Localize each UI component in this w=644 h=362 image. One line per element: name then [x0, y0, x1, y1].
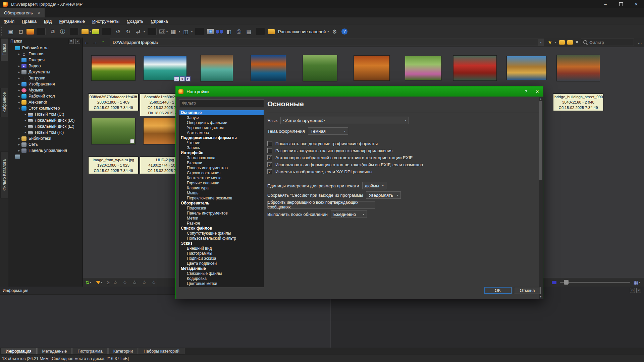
scrollbar-thumb[interactable]	[539, 101, 542, 180]
menu-item[interactable]: Метаданные	[55, 19, 89, 24]
expander-icon[interactable]: ▸	[23, 131, 28, 134]
overlay-e-icon[interactable]: E	[185, 76, 191, 81]
settings-tree-item[interactable]: Панель инструментов	[179, 211, 264, 216]
language-select[interactable]: <Автообнаружение> ▾	[280, 117, 409, 124]
transform-icon[interactable]: ⇄	[134, 27, 143, 36]
settings-tree-item[interactable]: Интерфейс	[179, 150, 264, 156]
address-dropdown-icon[interactable]: ▾	[538, 39, 544, 46]
theme-select[interactable]: Темная ▾	[308, 127, 348, 135]
folder-tree-item[interactable]: ▸ Документы	[8, 69, 82, 75]
folder-tree-item[interactable]: ▸ Панель управления	[8, 147, 82, 154]
address-bar[interactable]: D:\Wallpaper\Природа\ ▾	[110, 39, 544, 46]
chevron-down-icon[interactable]: ▾	[191, 30, 193, 33]
chevron-down-icon[interactable]: ▾	[179, 30, 180, 33]
settings-checkbox-row[interactable]: Использовать информацию о кол-ве точек/д…	[267, 161, 423, 168]
chevron-down-icon[interactable]: ▾	[555, 41, 556, 44]
dialog-title-bar[interactable]: Настройки ? ✕	[176, 86, 543, 97]
chevron-down-icon[interactable]: ▾	[90, 281, 91, 284]
settings-tree-item[interactable]: Сопутствующие файлы	[179, 231, 264, 236]
folder-move-icon[interactable]	[92, 29, 99, 34]
overlay-min-icon[interactable]: –	[174, 76, 179, 81]
expander-icon[interactable]: ▸	[17, 52, 21, 56]
expander-icon[interactable]: ▸	[17, 70, 21, 74]
close-button[interactable]: ✕	[629, 0, 644, 8]
reset-confirmations-button[interactable]: Сбросить информацию о всех подтверждающи…	[267, 201, 375, 208]
rating-ge-icon[interactable]: ≥	[107, 280, 110, 285]
settings-tree-item[interactable]: Контекстное меню	[179, 176, 264, 181]
settings-tree-item[interactable]: Внешний вид	[179, 246, 264, 251]
overlay-x-icon[interactable]: X	[180, 76, 185, 81]
settings-tree-item[interactable]: Поддерживаемые форматы	[179, 135, 264, 140]
dialog-close-icon[interactable]: ✕	[532, 89, 543, 94]
settings-tree-item[interactable]: Автозамена	[179, 130, 264, 135]
settings-tree-item[interactable]: Переключение режимов	[179, 196, 264, 201]
settings-tree-item[interactable]: Запуск	[179, 115, 264, 120]
thumbnail-image[interactable]	[453, 55, 497, 81]
tab-browser[interactable]: Обозреватель ✕	[0, 8, 45, 17]
settings-tree-item[interactable]: Клавиатура	[179, 186, 264, 191]
thumbnail-image[interactable]	[91, 118, 136, 144]
slider-knob[interactable]	[564, 280, 569, 285]
info-icon[interactable]: ⓘ	[58, 27, 67, 36]
settings-tree-item[interactable]: Подписи эскиза	[179, 256, 264, 261]
menu-item[interactable]: Инструменты	[89, 19, 123, 24]
expander-icon[interactable]: ▸	[17, 82, 21, 86]
favorites-star-icon[interactable]: ★	[547, 39, 552, 45]
settings-tree-item[interactable]: Панель инструментов	[179, 166, 264, 171]
clear-icon[interactable]: ✕	[575, 40, 579, 45]
forward-icon[interactable]: →	[91, 39, 99, 45]
thumbnail-image[interactable]	[556, 55, 600, 81]
menu-item[interactable]: Вид	[40, 19, 56, 24]
thumbnail-image[interactable]	[506, 56, 547, 80]
expander-icon[interactable]: ▸	[17, 76, 21, 80]
settings-tree-item[interactable]: Строка состояния	[179, 171, 264, 176]
settings-tree-item[interactable]: Связанные файлы	[179, 271, 264, 276]
chevron-down-icon[interactable]: ▾	[90, 30, 91, 33]
expander-icon[interactable]: ▸	[17, 137, 21, 140]
thumbnail-image[interactable]	[354, 55, 390, 81]
scroll-up-icon[interactable]: ▲	[539, 97, 543, 101]
thumbnail-image[interactable]	[405, 56, 442, 80]
compare-icon[interactable]: ◧	[224, 27, 233, 36]
chevron-down-icon[interactable]: ▾	[166, 30, 168, 33]
bottom-tab[interactable]: Информация	[1, 348, 37, 354]
panel-float-icon[interactable]: ⧉	[630, 288, 635, 293]
sort-icon[interactable]: ⇅	[86, 280, 90, 285]
tab-close-icon[interactable]: ✕	[38, 11, 41, 15]
expander-icon[interactable]: ▸	[17, 101, 21, 104]
bottom-tab[interactable]: Гистограмма	[72, 348, 107, 354]
thumbnail-image[interactable]	[200, 55, 233, 81]
minimize-button[interactable]: –	[598, 0, 613, 8]
settings-tree-item[interactable]: Мышь	[179, 191, 264, 196]
settings-tree-item[interactable]: Подсказка	[179, 206, 264, 211]
panel-close-icon[interactable]: ✕	[75, 39, 80, 44]
menu-item[interactable]: Справка	[147, 19, 171, 24]
slideshow-icon[interactable]: ▤	[245, 27, 253, 36]
checkbox[interactable]	[267, 155, 272, 160]
view-mode-icon[interactable]: ▦	[169, 27, 178, 36]
settings-tree-item[interactable]: Обозреватель	[179, 201, 264, 206]
menu-item[interactable]: Файл	[0, 19, 18, 24]
panel-close-icon[interactable]: ✕	[636, 288, 641, 293]
capture-icon[interactable]	[207, 29, 214, 34]
expander-icon[interactable]: ▸	[17, 64, 21, 68]
layout-icon[interactable]: ◫	[181, 27, 190, 36]
settings-tree-item[interactable]: Заголовок окна	[179, 156, 264, 161]
checkbox[interactable]	[267, 148, 272, 153]
expander-icon[interactable]: ▸	[23, 119, 28, 122]
menu-item[interactable]: Правка	[18, 19, 40, 24]
chevron-down-icon[interactable]: ▾	[144, 30, 145, 33]
expander-icon[interactable]: ▸	[17, 143, 21, 146]
thumbnail-cell[interactable]: Image_from_wp-s.ru.jpg 644x362 - 1 023…	[88, 114, 139, 174]
folder-tree-item[interactable]: Галерея	[8, 57, 82, 63]
thumbnail-image[interactable]	[91, 55, 136, 81]
folder-tree-item[interactable]: ▸ Рабочий стол	[8, 93, 82, 99]
settings-tree-item[interactable]: Эскиз	[179, 241, 264, 246]
print-icon[interactable]: ⎙	[234, 27, 243, 36]
thumbnail-image[interactable]	[303, 55, 337, 81]
bottom-tab[interactable]: Метаданные	[37, 348, 72, 354]
panel-float-icon[interactable]: ⧉	[69, 39, 74, 44]
folder-tree-item[interactable]: ▸ ♪ Музыка	[8, 87, 82, 93]
folder-tree-item[interactable]: ▸ Сеть	[8, 141, 82, 147]
folder-open-icon[interactable]	[82, 29, 89, 34]
